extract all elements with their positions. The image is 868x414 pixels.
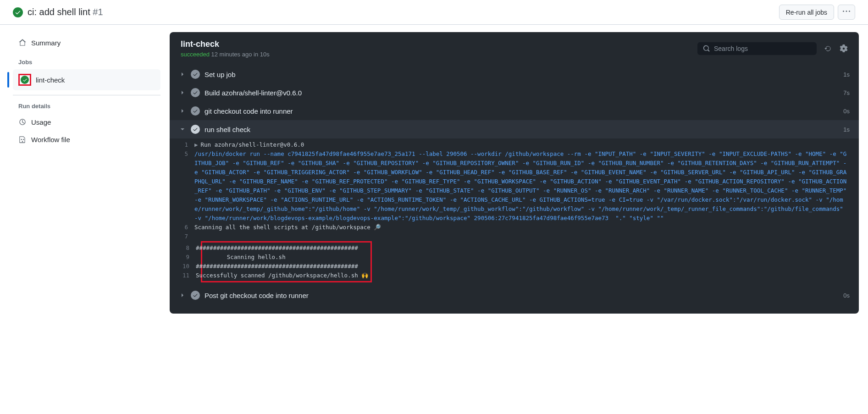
log-text: ########################################… xyxy=(196,243,369,253)
log-text: Scanning hello.sh xyxy=(196,253,369,262)
layout: Summary Jobs lint-check Run details Usag… xyxy=(0,25,868,414)
step-label: Set up job xyxy=(205,71,843,78)
header-left: ci: add shell lint #1 xyxy=(13,7,779,17)
annotation-highlight: 8#######################################… xyxy=(201,241,372,282)
step-label: Post git checkout code into runner xyxy=(205,292,843,299)
job-title: lint-check xyxy=(181,39,697,49)
summary-label: Summary xyxy=(31,39,61,47)
log-text: Run azohra/shell-linter@v0.6.0 xyxy=(201,141,304,148)
check-circle-icon xyxy=(191,106,200,116)
check-circle-icon xyxy=(191,70,200,79)
gear-icon[interactable] xyxy=(840,44,848,53)
status-rest: 12 minutes ago in 10s xyxy=(210,51,270,58)
header-actions: Re-run all jobs xyxy=(779,5,855,20)
steps-list: Set up job 1s Build azohra/shell-linter@… xyxy=(170,62,859,314)
chevron-right-icon xyxy=(179,292,186,299)
job-subtitle: succeeded 12 minutes ago in 10s xyxy=(181,51,697,58)
step-label: Build azohra/shell-linter@v0.6.0 xyxy=(205,89,843,97)
workflow-title: ci: add shell lint #1 xyxy=(28,7,103,17)
log-line[interactable]: 1▶Run azohra/shell-linter@v0.6.0 xyxy=(179,140,850,149)
log-line[interactable]: 6Scanning all the shell scripts at /gith… xyxy=(179,223,850,232)
step-time: 1s xyxy=(843,71,850,78)
log-text: Scanning all the shell scripts at /githu… xyxy=(194,223,850,232)
sidebar-job-lint-check[interactable]: lint-check xyxy=(13,69,160,90)
workflowfile-label: Workflow file xyxy=(31,136,70,144)
rerun-all-button[interactable]: Re-run all jobs xyxy=(779,5,834,20)
step-time: 1s xyxy=(843,126,850,133)
search-input[interactable] xyxy=(714,45,811,52)
log-line[interactable]: 11Successfully scanned /github/workspace… xyxy=(180,271,369,280)
check-circle-icon xyxy=(21,76,29,84)
page-header: ci: add shell lint #1 Re-run all jobs xyxy=(0,0,868,25)
workflow-file-icon xyxy=(18,135,27,144)
sidebar-workflow-file[interactable]: Workflow file xyxy=(13,131,160,148)
kebab-menu-button[interactable] xyxy=(838,5,855,20)
refresh-icon[interactable] xyxy=(824,44,832,53)
step-setup-job[interactable]: Set up job 1s xyxy=(170,65,859,83)
stopwatch-icon xyxy=(18,118,27,126)
log-line[interactable]: 10######################################… xyxy=(180,262,369,271)
log-line[interactable]: 7 xyxy=(179,232,850,241)
search-icon xyxy=(703,45,710,52)
step-run-shell-check[interactable]: run shell check 1s xyxy=(170,120,859,138)
step-time: 7s xyxy=(843,89,850,96)
step-time: 0s xyxy=(843,292,850,299)
log-text xyxy=(194,232,850,241)
log-text: Successfully scanned /github/workspace/h… xyxy=(196,271,369,280)
chevron-right-icon xyxy=(179,71,186,78)
log-output: 1▶Run azohra/shell-linter@v0.6.0 5/usr/b… xyxy=(170,138,859,286)
step-time: 0s xyxy=(843,108,850,115)
chevron-right-icon xyxy=(179,89,186,96)
status-word: succeeded xyxy=(181,51,210,58)
step-post-git-checkout[interactable]: Post git checkout code into runner 0s xyxy=(170,286,859,304)
annotation-highlight xyxy=(18,74,31,86)
rundetails-heading: Run details xyxy=(18,103,160,110)
check-circle-icon xyxy=(13,7,23,17)
check-circle-icon xyxy=(191,291,200,300)
check-circle-icon xyxy=(191,125,200,134)
usage-label: Usage xyxy=(31,118,51,126)
panel-header-left: lint-check succeeded 12 minutes ago in 1… xyxy=(181,39,697,58)
step-label: git checkout code into runner xyxy=(205,107,843,115)
step-label: run shell check xyxy=(205,126,843,133)
jobs-heading: Jobs xyxy=(18,59,160,66)
search-logs[interactable] xyxy=(697,42,817,55)
step-build[interactable]: Build azohra/shell-linter@v0.6.0 7s xyxy=(170,83,859,102)
log-line[interactable]: 8#######################################… xyxy=(180,243,369,253)
panel-tools xyxy=(697,42,848,55)
chevron-down-icon xyxy=(179,126,186,133)
divider xyxy=(13,95,160,95)
chevron-right-icon xyxy=(179,107,186,115)
job-panel: lint-check succeeded 12 minutes ago in 1… xyxy=(170,32,859,314)
step-git-checkout[interactable]: git checkout code into runner 0s xyxy=(170,102,859,120)
sidebar-summary[interactable]: Summary xyxy=(13,34,160,51)
log-line[interactable]: 5/usr/bin/docker run --name c7941825fa47… xyxy=(179,149,850,223)
sidebar: Summary Jobs lint-check Run details Usag… xyxy=(0,25,170,414)
log-line[interactable]: 9 Scanning hello.sh xyxy=(180,253,369,262)
job-label: lint-check xyxy=(36,76,65,84)
title-number: #1 xyxy=(93,7,103,17)
title-text: ci: add shell lint xyxy=(28,7,90,17)
log-text: ########################################… xyxy=(196,262,369,271)
log-text: /usr/bin/docker run --name c7941825fa47d… xyxy=(194,149,850,223)
check-circle-icon xyxy=(191,88,200,97)
home-icon xyxy=(18,39,27,47)
panel-header: lint-check succeeded 12 minutes ago in 1… xyxy=(170,32,859,62)
sidebar-usage[interactable]: Usage xyxy=(13,113,160,131)
main: lint-check succeeded 12 minutes ago in 1… xyxy=(170,25,868,414)
